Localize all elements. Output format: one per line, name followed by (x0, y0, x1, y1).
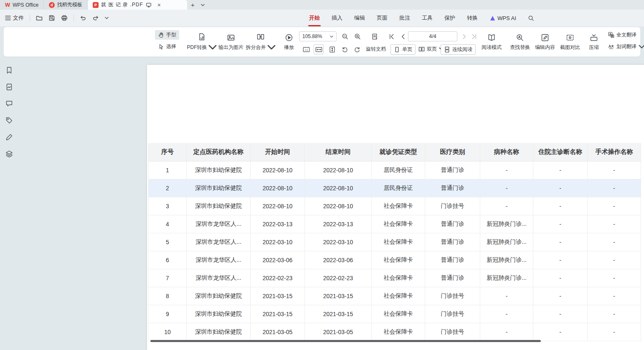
table-row[interactable]: 10深圳市妇幼保健院2021-03-052021-03-05社会保障卡门诊挂号-… (148, 323, 641, 341)
tab-label: WPS Office (13, 2, 38, 8)
bookmark-icon[interactable] (5, 66, 13, 74)
column-header: 定点医药机构名称 (187, 143, 251, 161)
tab-docer-templates[interactable]: d 找稻壳模板 (44, 0, 88, 10)
menu-item-edit[interactable]: 编辑 (348, 10, 371, 26)
single-page-label: 单页 (402, 46, 412, 53)
thumbnails-icon[interactable] (5, 83, 13, 91)
fit-page-button[interactable] (327, 44, 337, 54)
table-cell: 新冠肺炎门诊... (480, 269, 533, 287)
table-cell: - (533, 251, 588, 269)
monitor-icon[interactable] (146, 2, 152, 8)
menu-item-wps-ai[interactable]: WPS AI (484, 10, 522, 26)
table-row[interactable]: 6深圳市龙华区人...2022-03-062022-03-06社会保障卡普通门诊… (148, 251, 641, 269)
fit-width-button[interactable] (314, 44, 324, 54)
select-tool-label: 选择 (166, 43, 176, 50)
actual-size-button[interactable]: 1:1 (301, 44, 311, 54)
select-tool-button[interactable]: 选择 (155, 42, 179, 51)
tab-wps-office[interactable]: W WPS Office (0, 0, 44, 10)
undo-icon (80, 15, 86, 21)
menu-item-convert[interactable]: 转换 (461, 10, 484, 26)
signature-pen-icon[interactable] (5, 133, 13, 141)
export-image-label: 输出为图片 (218, 44, 243, 51)
redo-button[interactable] (92, 15, 99, 21)
next-page-button[interactable] (459, 31, 469, 41)
save-button[interactable] (48, 15, 55, 21)
split-merge-icon (256, 33, 265, 41)
print-button[interactable] (61, 15, 68, 21)
zoom-in-icon (354, 33, 361, 40)
screenshot-compare-button[interactable]: 截图对比 (558, 30, 583, 54)
page-number-input[interactable]: 4/4 (408, 31, 457, 41)
file-menu-button[interactable]: 文件 (5, 14, 24, 22)
word-translate-icon (608, 43, 614, 50)
layers-icon[interactable] (5, 150, 13, 158)
tab-document-pdf[interactable]: P 就 医 记 录 .PDF × (88, 0, 187, 10)
page-locate-button[interactable] (370, 31, 380, 41)
rotate-left-button[interactable] (340, 44, 350, 54)
table-cell: 2022-03-10 (251, 233, 305, 251)
table-cell: 普通门诊 (425, 233, 480, 251)
compress-button[interactable]: 压缩 (584, 30, 603, 54)
prev-page-icon (400, 33, 407, 40)
table-row[interactable]: 2深圳市妇幼保健院2022-08-102022-08-10居民身份证普通门诊--… (148, 179, 641, 197)
tab-list-chevron-icon[interactable] (198, 0, 207, 10)
first-page-button[interactable] (386, 31, 396, 41)
menu-item-protect[interactable]: 保护 (439, 10, 461, 26)
split-merge-button[interactable]: 拆分合并 (247, 30, 274, 54)
rotate-document-button[interactable]: 旋转文档 (363, 44, 389, 54)
hand-tool-button[interactable]: 手型 (155, 30, 179, 40)
table-row[interactable]: 9深圳市妇幼保健院2021-03-152021-03-15社会保障卡门诊挂号--… (148, 305, 641, 323)
divider (74, 15, 74, 21)
table-row[interactable]: 8深圳市妇幼保健院2021-03-152021-03-15社会保障卡门诊挂号--… (148, 287, 641, 305)
play-button[interactable]: 播放 (279, 30, 299, 54)
last-page-button[interactable] (469, 31, 479, 41)
comment-icon[interactable] (5, 100, 13, 107)
new-tab-button[interactable]: + (187, 0, 198, 10)
horizontal-scrollbar-thumb[interactable] (150, 340, 541, 342)
redo-icon (92, 15, 99, 21)
single-page-button[interactable]: 单页 (390, 44, 416, 55)
zoom-out-button[interactable] (340, 31, 350, 41)
table-row[interactable]: 3深圳市妇幼保健院2022-08-102022-08-10社会保障卡门诊挂号--… (148, 197, 641, 215)
full-text-translate-button[interactable]: 全文翻译 (605, 30, 644, 40)
reading-mode-button[interactable]: 阅读模式 (479, 30, 504, 54)
menu-search-button[interactable] (522, 10, 540, 26)
table-cell: 2022-03-13 (305, 215, 372, 233)
undo-button[interactable] (80, 15, 86, 21)
menu-item-comment[interactable]: 批注 (393, 10, 416, 26)
pdf-convert-button[interactable]: PDF转换 (189, 30, 214, 54)
menu-item-home[interactable]: 开始 (303, 10, 326, 26)
tag-icon[interactable] (5, 117, 13, 124)
rotate-right-button[interactable] (352, 44, 362, 54)
edit-content-button[interactable]: 编辑内容 (532, 30, 558, 54)
find-replace-button[interactable]: 查找替换 (507, 30, 532, 54)
undo-history-chevron-icon[interactable] (105, 17, 109, 19)
table-row[interactable]: 1深圳市妇幼保健院2022-08-102022-08-10居民身份证普通门诊--… (148, 161, 641, 179)
table-cell: 2022-08-10 (251, 197, 305, 215)
continuous-reading-button[interactable]: 连续阅读 (441, 44, 476, 55)
table-row[interactable]: 5深圳市龙华区人...2022-03-102022-03-10社会保障卡普通门诊… (148, 233, 641, 251)
table-cell: - (588, 179, 641, 197)
table-cell: 2022-03-13 (251, 215, 305, 233)
zoom-level-dropdown[interactable]: 105.88% (299, 31, 337, 41)
prev-page-button[interactable] (398, 31, 408, 41)
menu-item-insert[interactable]: 插入 (326, 10, 348, 26)
full-translate-icon (608, 32, 614, 38)
chevron-down-icon (639, 43, 644, 50)
close-tab-icon[interactable]: × (157, 2, 161, 8)
open-file-button[interactable] (36, 15, 43, 21)
table-cell: - (480, 305, 533, 323)
zoom-in-button[interactable] (352, 31, 363, 41)
table-cell: 居民身份证 (372, 161, 425, 179)
table-cell: 2022-08-10 (305, 179, 372, 197)
export-image-button[interactable]: 输出为图片 (217, 30, 245, 54)
wps-ai-label: WPS AI (497, 15, 516, 21)
table-row[interactable]: 4深圳市龙华区人...2022-03-132022-03-13社会保障卡普通门诊… (148, 215, 641, 233)
table-row[interactable]: 7深圳市龙华区人...2022-02-232022-02-23社会保障卡普通门诊… (148, 269, 641, 287)
word-translate-button[interactable]: 划词翻译 (605, 42, 644, 51)
table-cell: 2022-03-06 (251, 251, 305, 269)
column-header: 就诊凭证类型 (372, 143, 425, 161)
menu-item-page[interactable]: 页面 (371, 10, 393, 26)
menu-item-tools[interactable]: 工具 (416, 10, 439, 26)
word-translate-label: 划词翻译 (616, 43, 636, 50)
